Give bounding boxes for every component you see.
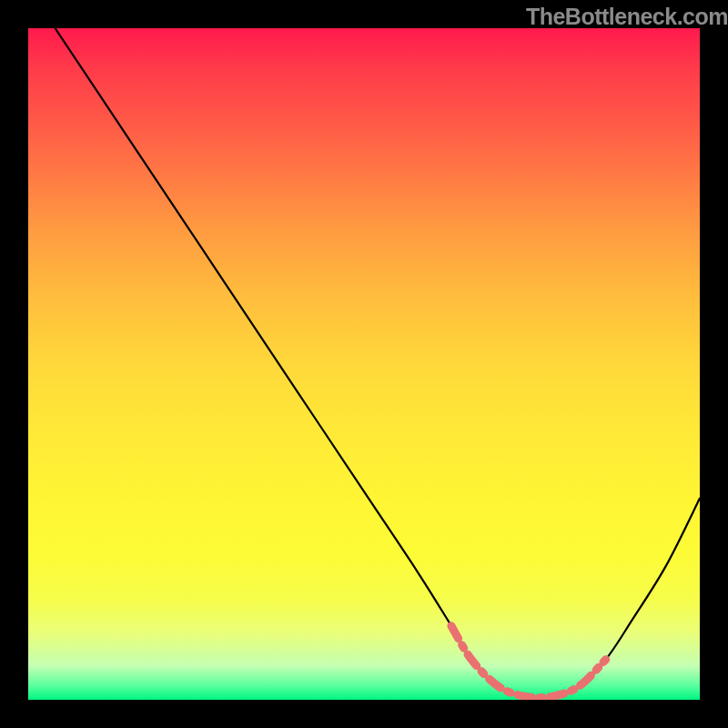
chart-container: TheBottleneck.com (0, 0, 728, 728)
optimal-range-marker (451, 626, 606, 698)
bottleneck-curve-svg (28, 28, 700, 700)
bottleneck-curve-line (56, 28, 700, 698)
branding-watermark: TheBottleneck.com (526, 4, 728, 30)
plot-area (28, 28, 700, 700)
